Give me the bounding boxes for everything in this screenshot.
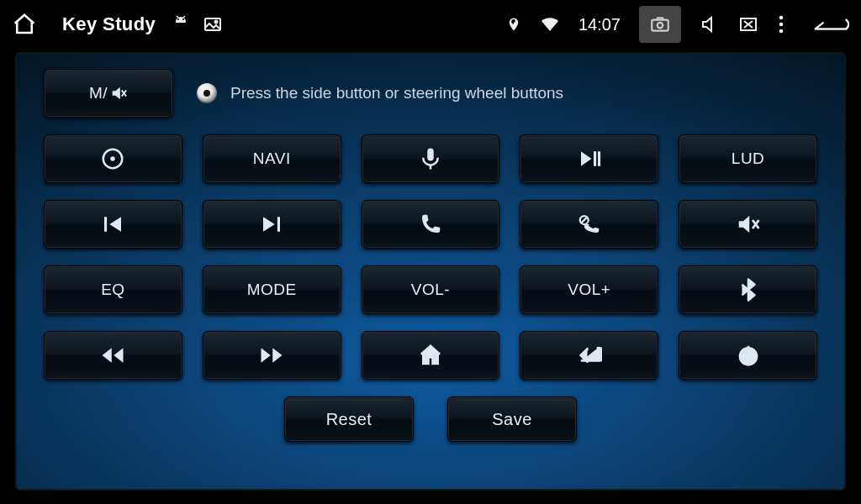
lud-button[interactable]: LUD [679, 134, 817, 183]
vol-up-label: VOL+ [568, 281, 610, 299]
vol-down-button[interactable]: VOL- [362, 265, 500, 314]
svg-rect-6 [652, 20, 668, 31]
prev-track-icon [100, 212, 125, 237]
phone-icon [418, 212, 443, 237]
forward-icon [259, 343, 284, 368]
more-icon[interactable] [777, 14, 785, 34]
svg-rect-21 [598, 151, 600, 166]
mute-button[interactable] [679, 200, 817, 249]
navi-button[interactable]: NAVI [203, 134, 341, 183]
hint-text: Press the side button or steering wheel … [230, 84, 563, 102]
mode-label: MODE [247, 281, 297, 299]
power-icon [736, 343, 761, 368]
button-grid: NAVI LUD EQ MODE [40, 134, 821, 380]
svg-rect-20 [594, 151, 596, 166]
key-panel: M/ Press the side button or steering whe… [15, 52, 846, 491]
save-label: Save [492, 410, 532, 429]
navi-label: NAVI [253, 150, 291, 168]
home-btn-icon [418, 343, 443, 368]
bluetooth-button[interactable] [679, 265, 817, 314]
svg-point-7 [658, 23, 663, 29]
app-title: Key Study [62, 13, 156, 35]
play-pause-button[interactable] [520, 134, 658, 183]
clock-text: 14:07 [578, 15, 621, 34]
reset-label: Reset [326, 410, 372, 429]
m-mute-label: M/ [89, 84, 108, 102]
svg-point-12 [779, 23, 784, 27]
back-icon[interactable] [812, 13, 849, 36]
svg-point-13 [779, 29, 784, 34]
svg-line-25 [581, 217, 588, 223]
mode-button[interactable]: MODE [203, 265, 341, 314]
hint-row: Press the side button or steering wheel … [197, 83, 563, 103]
rewind-button[interactable] [44, 331, 182, 380]
play-pause-icon [577, 146, 602, 171]
eq-label: EQ [101, 281, 124, 299]
vol-up-button[interactable]: VOL+ [520, 265, 658, 314]
phone-button[interactable] [362, 200, 500, 249]
svg-point-1 [182, 18, 184, 20]
m-mute-button[interactable]: M/ [44, 69, 173, 118]
android-icon [171, 14, 191, 34]
svg-line-3 [183, 16, 185, 18]
vol-down-label: VOL- [411, 281, 450, 299]
forward-button[interactable] [203, 331, 341, 380]
next-track-button[interactable] [203, 200, 341, 249]
prev-track-button[interactable] [44, 200, 182, 249]
eq-button[interactable]: EQ [44, 265, 182, 314]
home-icon[interactable] [12, 12, 37, 37]
power-button[interactable] [679, 331, 817, 380]
disc-button[interactable] [44, 134, 182, 183]
mic-icon [418, 146, 443, 171]
svg-point-17 [111, 156, 116, 161]
reset-button[interactable]: Reset [284, 396, 414, 442]
wifi-icon [540, 14, 560, 34]
svg-point-0 [177, 18, 179, 20]
svg-rect-18 [427, 149, 434, 161]
radio-dot-icon [197, 83, 217, 103]
screen-off-icon[interactable] [738, 14, 758, 34]
lud-label: LUD [732, 150, 765, 168]
status-bar: Key Study 14:07 [0, 0, 861, 49]
mute-icon [736, 212, 761, 237]
next-track-icon [259, 212, 284, 237]
screenshot-icon[interactable] [639, 6, 681, 43]
mic-button[interactable] [362, 134, 500, 183]
home-button[interactable] [362, 331, 500, 380]
image-icon [203, 14, 223, 34]
disc-icon [100, 146, 125, 171]
back-button[interactable] [520, 331, 658, 380]
back-btn-icon [577, 343, 602, 368]
svg-point-11 [779, 16, 784, 20]
svg-rect-22 [104, 217, 107, 232]
rewind-icon [100, 343, 125, 368]
location-icon [506, 14, 521, 34]
svg-line-2 [177, 16, 178, 18]
hangup-button[interactable] [520, 200, 658, 249]
save-button[interactable]: Save [447, 396, 577, 442]
svg-point-5 [215, 21, 218, 24]
speaker-icon[interactable] [700, 14, 720, 34]
hangup-icon [577, 212, 602, 237]
action-row: Reset Save [40, 396, 821, 442]
svg-rect-23 [277, 217, 280, 232]
bluetooth-icon [736, 277, 761, 302]
